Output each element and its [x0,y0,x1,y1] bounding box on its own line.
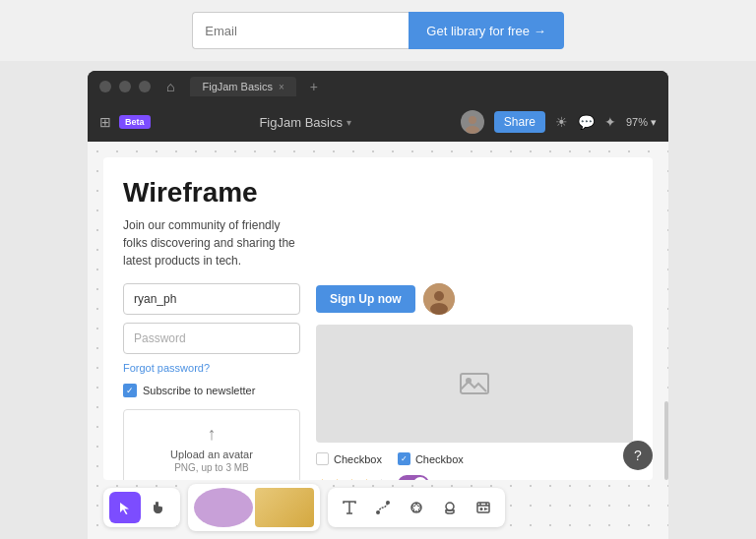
stamp-tool[interactable] [434,492,466,523]
star-1: ★ [316,476,329,480]
wireframe-panel: Wireframe Join our community of friendly… [103,157,653,480]
newsletter-label: Subscribe to newsletter [143,385,255,396]
text-tool[interactable] [334,492,365,523]
tab-close-icon[interactable]: × [279,82,284,92]
star-rating[interactable]: ★ ★ ★ ★ ★ [316,476,388,480]
toggle-thumb [413,477,427,480]
svg-point-4 [430,303,448,315]
wireframe-description: Join our community of friendly folks dis… [123,216,300,270]
upload-title: Upload an avatar [138,449,285,460]
dot-red [99,81,111,92]
bottom-toolbar [103,484,653,531]
toolbar-right: Share ☀ 💬 ✦ 97% ▾ [461,110,657,134]
beta-badge: Beta [119,115,151,129]
checkbox-label-1: Checkbox [334,453,382,465]
share-button[interactable]: Share [494,111,545,133]
canvas-area: Wireframe Join our community of friendly… [88,142,668,539]
browser-window: ⌂ FigJam Basics × + ⊞ Beta FigJam Basics… [88,71,668,539]
browser-tab[interactable]: FigJam Basics × [190,77,295,96]
user-avatar-toolbar [461,110,484,134]
shape-tool[interactable] [401,492,432,523]
help-button[interactable]: ? [623,441,653,470]
media-tool[interactable] [468,492,499,523]
new-tab-icon[interactable]: + [310,79,318,94]
browser-titlebar: ⌂ FigJam Basics × + [88,71,668,102]
star-3: ★ [346,476,358,480]
hand-tool[interactable] [143,492,174,523]
grid-icon[interactable]: ⊞ [99,114,111,130]
connector-tool[interactable] [367,492,399,523]
signup-row: Sign Up now [316,283,633,315]
sun-icon[interactable]: ☀ [555,114,568,130]
svg-point-1 [466,126,479,134]
newsletter-checkbox[interactable]: ✓ [123,384,137,397]
star-5: ★ [375,476,388,480]
user-avatar-wireframe [423,283,455,315]
checkbox-group: Checkbox ✓ Checkbox [316,452,633,465]
svg-point-0 [469,116,476,124]
figma-toolbar: ⊞ Beta FigJam Basics ▾ Share ☀ 💬 ✦ 97% ▾ [88,102,668,142]
svg-point-8 [386,501,390,505]
password-input[interactable] [123,323,300,354]
toolbar-left: ⊞ Beta [99,114,151,130]
checkbox-item-1: Checkbox [316,452,382,465]
svg-rect-12 [477,503,489,512]
tab-label: FigJam Basics [202,81,273,92]
star-2: ★ [331,476,344,480]
svg-point-13 [480,508,483,510]
home-icon: ⌂ [166,79,174,94]
toggle-row: Toggle [398,475,469,480]
sparkle-icon[interactable]: ✦ [604,114,616,130]
checkbox-unchecked-1[interactable] [316,452,329,465]
toolbar-center: FigJam Basics ▾ [259,115,351,130]
checkbox-item-2: ✓ Checkbox [398,452,464,465]
project-name: FigJam Basics [259,115,343,130]
cta-button[interactable]: Get library for free → [409,12,563,49]
canvas-scrollbar[interactable] [664,401,668,480]
wireframe-title: Wireframe [123,177,633,209]
dot-yellow [119,81,131,92]
upload-icon: ↑ [138,424,285,445]
project-chevron-icon[interactable]: ▾ [346,117,351,128]
svg-point-10 [446,503,454,510]
email-input[interactable] [192,12,409,49]
newsletter-checkbox-row: ✓ Subscribe to newsletter [123,384,300,397]
stars-toggle-row: ★ ★ ★ ★ ★ Toggle [316,475,633,480]
dot-green [139,81,151,92]
wireframe-left-col: Forgot password? ✓ Subscribe to newslett… [123,283,300,480]
wireframe-body: Forgot password? ✓ Subscribe to newslett… [123,283,633,480]
username-input[interactable] [123,283,300,315]
signup-button[interactable]: Sign Up now [316,285,415,313]
selection-tools [103,488,180,527]
edit-tools [328,488,505,527]
checkbox-label-2: Checkbox [415,453,464,465]
upload-box: ↑ Upload an avatar PNG, up to 3 MB Brows… [123,409,300,480]
canvas-box-preview [255,488,314,527]
image-placeholder [316,325,633,443]
toggle-label: Toggle [437,478,469,480]
wireframe-right-col: Sign Up now Checkbox [316,283,633,480]
canvas-circle-preview [194,488,253,527]
chat-icon[interactable]: 💬 [578,114,595,130]
top-bar: Get library for free → [0,0,756,61]
forgot-password-link[interactable]: Forgot password? [123,362,300,374]
star-4: ★ [360,476,373,480]
cursor-tool[interactable] [109,492,141,523]
toggle-switch[interactable] [398,475,429,480]
svg-point-3 [434,291,444,301]
checkbox-checked-2[interactable]: ✓ [398,452,410,465]
svg-point-7 [376,510,380,514]
zoom-level[interactable]: 97% ▾ [626,116,657,129]
upload-subtitle: PNG, up to 3 MB [138,462,285,473]
canvas-thumbnails [188,484,320,531]
